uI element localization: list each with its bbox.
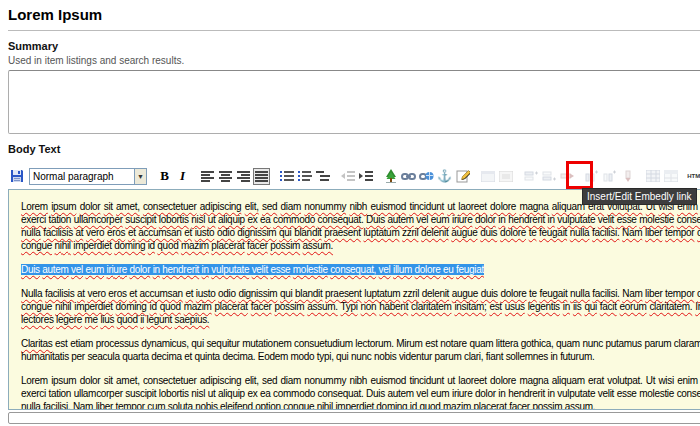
ordered-list-button[interactable] bbox=[296, 168, 313, 185]
align-center-button[interactable] bbox=[217, 168, 234, 185]
align-justify-icon bbox=[255, 171, 268, 182]
table-grid-icon bbox=[664, 170, 678, 182]
editor-paragraph[interactable]: Claritas est etiam processus dynamicus, … bbox=[21, 337, 700, 363]
table-style-plain-button bbox=[644, 168, 661, 185]
indent-button[interactable] bbox=[357, 168, 374, 185]
paragraph-style-value[interactable]: Normal paragraph bbox=[29, 168, 135, 185]
outdent-button bbox=[339, 168, 356, 185]
align-right-button[interactable] bbox=[235, 168, 252, 185]
editor-paragraph[interactable]: Nulla facilisis at vero eros et accumsan… bbox=[21, 287, 700, 326]
paragraph-style-select[interactable]: Normal paragraph ▼ bbox=[29, 168, 147, 185]
table-style-grid-button bbox=[662, 168, 679, 185]
chevron-down-icon: ▼ bbox=[137, 173, 144, 180]
summary-input[interactable] bbox=[8, 70, 700, 134]
editor-content[interactable]: Lorem ipsum dolor sit amet, consectetuer… bbox=[8, 189, 700, 410]
add-row-before-button bbox=[522, 168, 539, 185]
remove-column-icon bbox=[622, 170, 633, 182]
save-button[interactable] bbox=[8, 168, 25, 185]
edit-button[interactable] bbox=[454, 168, 471, 185]
link-chain-icon bbox=[401, 172, 416, 181]
editor-footer-area bbox=[8, 412, 700, 424]
anchor-button[interactable]: ⚓ bbox=[436, 168, 453, 185]
insert-image-button[interactable] bbox=[382, 168, 399, 185]
red-highlight-box bbox=[566, 161, 593, 189]
visual-editor: Normal paragraph ▼ B I ⚓ bbox=[8, 164, 700, 424]
add-row-after-button bbox=[540, 168, 557, 185]
italic-button[interactable]: I bbox=[174, 168, 191, 185]
body-text-field: Body Text Normal paragraph ▼ B I bbox=[8, 143, 700, 426]
editor-paragraph-selected[interactable]: Duis autem vel eum iriure dolor in hendr… bbox=[21, 263, 700, 276]
editor-paragraph[interactable]: Lorem ipsum dolor sit amet, consectetuer… bbox=[21, 374, 700, 410]
external-link-icon bbox=[419, 171, 434, 182]
bold-button[interactable]: B bbox=[156, 168, 173, 185]
remove-column-button bbox=[619, 168, 636, 185]
add-table-button bbox=[479, 168, 496, 185]
add-column-after-icon bbox=[603, 170, 616, 182]
add-row-after-icon bbox=[542, 171, 556, 182]
indent-icon bbox=[359, 170, 373, 182]
add-column-after-button bbox=[601, 168, 618, 185]
summary-label: Summary bbox=[8, 40, 700, 52]
align-justify-button[interactable] bbox=[253, 168, 270, 185]
text-selection: Duis autem vel eum iriure dolor in hendr… bbox=[21, 264, 484, 275]
remove-table-button bbox=[497, 168, 514, 185]
summary-help-text: Used in item listings and search results… bbox=[8, 55, 700, 66]
summary-field: Summary Used in item listings and search… bbox=[8, 40, 700, 134]
align-left-button[interactable] bbox=[199, 168, 216, 185]
embedly-tooltip: Insert/Edit Embedly link bbox=[582, 188, 697, 205]
pencil-note-icon bbox=[456, 169, 470, 183]
remove-table-icon bbox=[499, 171, 513, 182]
align-right-icon bbox=[237, 171, 250, 182]
editor-toolbar: Normal paragraph ▼ B I ⚓ bbox=[8, 164, 700, 188]
image-tree-icon bbox=[384, 169, 398, 183]
internal-link-button[interactable] bbox=[400, 168, 417, 185]
add-table-icon bbox=[481, 171, 495, 182]
definition-list-icon bbox=[316, 170, 330, 182]
page-title: Lorem Ipsum bbox=[8, 6, 700, 31]
editor-paragraph[interactable]: Lorem ipsum dolor sit amet, consectetuer… bbox=[21, 200, 700, 252]
table-plain-icon bbox=[646, 170, 660, 182]
ordered-list-icon bbox=[298, 170, 312, 182]
anchor-icon: ⚓ bbox=[437, 170, 452, 182]
align-left-icon bbox=[201, 171, 214, 182]
unordered-list-button[interactable] bbox=[278, 168, 295, 185]
external-link-button[interactable] bbox=[418, 168, 435, 185]
align-center-icon bbox=[219, 171, 232, 182]
save-icon bbox=[10, 169, 24, 183]
html-source-button[interactable]: HTML bbox=[687, 168, 700, 185]
add-row-before-icon bbox=[524, 171, 538, 182]
definition-list-button[interactable] bbox=[314, 168, 331, 185]
outdent-icon bbox=[341, 170, 355, 182]
unordered-list-icon bbox=[280, 170, 294, 182]
edit-page: Lorem Ipsum Summary Used in item listing… bbox=[0, 0, 700, 426]
select-dropdown-button[interactable]: ▼ bbox=[135, 168, 147, 185]
body-text-label: Body Text bbox=[8, 143, 700, 155]
